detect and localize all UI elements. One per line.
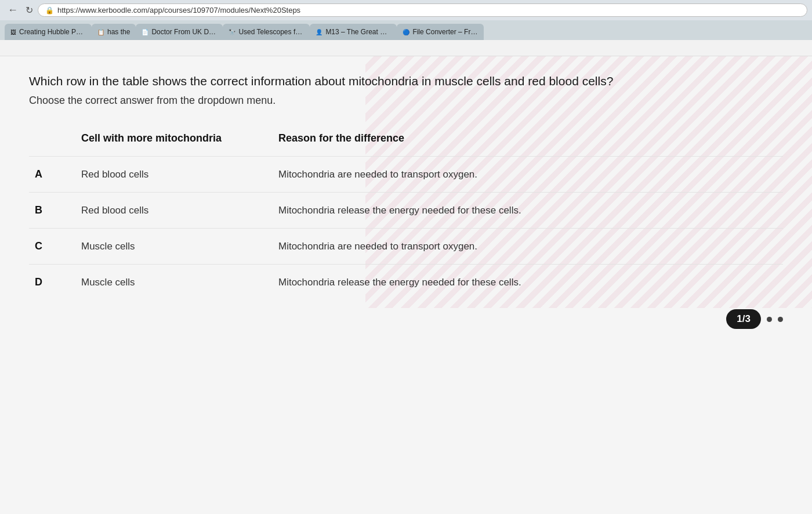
tab-doctor[interactable]: 📄 Doctor From UK De... <box>136 24 223 40</box>
refresh-button[interactable]: ↻ <box>26 5 33 16</box>
question-text: Which row in the table shows the correct… <box>29 73 783 90</box>
row-reason-d: Mitochondria release the energy needed f… <box>267 265 783 301</box>
tab-icon-used: 🔭 <box>229 29 235 35</box>
tab-icon-m13: 👤 <box>316 29 322 35</box>
question-instruction: Choose the correct answer from the dropd… <box>29 95 783 107</box>
col-header-reason: Reason for the difference <box>267 128 783 157</box>
tab-label-used: Used Telescopes for... <box>238 28 304 36</box>
answer-table: Cell with more mitochondria Reason for t… <box>29 128 783 300</box>
row-id-c: C <box>29 229 70 265</box>
row-cell-a: Red blood cells <box>70 157 267 193</box>
tab-file-conv[interactable]: 🔵 File Converter – Free... <box>397 24 484 40</box>
tab-label-file-conv: File Converter – Free... <box>412 28 478 36</box>
tab-used[interactable]: 🔭 Used Telescopes for... <box>223 24 310 40</box>
row-id-a: A <box>29 157 70 193</box>
row-reason-a: Mitochondria are needed to transport oxy… <box>267 157 783 193</box>
row-id-d: D <box>29 265 70 301</box>
col-header-cell: Cell with more mitochondria <box>70 128 267 157</box>
address-bar[interactable]: 🔒 https://www.kerboodle.com/app/courses/… <box>38 3 807 17</box>
row-reason-b: Mitochondria release the energy needed f… <box>267 193 783 229</box>
tab-label-doctor: Doctor From UK De... <box>151 28 217 36</box>
pagination-area: 1/3 <box>29 309 783 329</box>
lock-icon: 🔒 <box>45 6 54 15</box>
tab-m13[interactable]: 👤 M13 – The Great Gl... <box>310 24 397 40</box>
col-header-row <box>29 128 70 157</box>
tabs-bar: 🖼 Creating Hubble Pal... 📋 has the 📄 Doc… <box>0 20 812 40</box>
tab-label-has-the: has the <box>107 28 130 36</box>
dot-1 <box>767 317 772 322</box>
back-button[interactable]: ← <box>5 3 21 17</box>
content-area: Which row in the table shows the correct… <box>0 56 812 514</box>
tab-label-creating: Creating Hubble Pal... <box>19 28 86 36</box>
tab-icon-has-the: 📋 <box>97 29 104 35</box>
row-cell-c: Muscle cells <box>70 229 267 265</box>
row-reason-c: Mitochondria are needed to transport oxy… <box>267 229 783 265</box>
top-bar: ← ↻ 🔒 https://www.kerboodle.com/app/cour… <box>0 0 812 20</box>
tab-label-m13: M13 – The Great Gl... <box>325 28 391 36</box>
page-badge: 1/3 <box>726 309 761 329</box>
table-row[interactable]: DMuscle cellsMitochondria release the en… <box>29 265 783 301</box>
tab-creating[interactable]: 🖼 Creating Hubble Pal... <box>5 24 92 40</box>
table-row[interactable]: BRed blood cellsMitochondria release the… <box>29 193 783 229</box>
bookmarks-bar <box>0 40 812 56</box>
content-inner: Which row in the table shows the correct… <box>29 73 783 329</box>
tab-has-the[interactable]: 📋 has the <box>92 24 136 40</box>
table-row[interactable]: CMuscle cellsMitochondria are needed to … <box>29 229 783 265</box>
tab-icon-doctor: 📄 <box>142 29 148 35</box>
dot-2 <box>778 317 783 322</box>
row-id-b: B <box>29 193 70 229</box>
row-cell-d: Muscle cells <box>70 265 267 301</box>
table-row[interactable]: ARed blood cellsMitochondria are needed … <box>29 157 783 193</box>
row-cell-b: Red blood cells <box>70 193 267 229</box>
tab-icon-creating: 🖼 <box>10 29 16 35</box>
tab-icon-file-conv: 🔵 <box>403 29 409 35</box>
url-text: https://www.kerboodle.com/app/courses/10… <box>57 6 300 15</box>
browser-window: ← ↻ 🔒 https://www.kerboodle.com/app/cour… <box>0 0 812 514</box>
